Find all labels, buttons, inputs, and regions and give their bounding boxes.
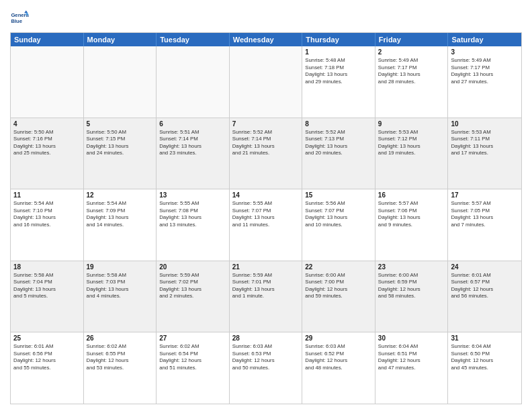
empty-cell-0-0 xyxy=(11,46,84,118)
logo: General Blue xyxy=(10,9,31,28)
day-info: Sunrise: 5:57 AM Sunset: 7:06 PM Dayligh… xyxy=(378,200,445,228)
day-number: 11 xyxy=(13,191,81,199)
svg-text:Blue: Blue xyxy=(11,18,22,24)
day-cell-3: 3Sunrise: 5:49 AM Sunset: 7:17 PM Daylig… xyxy=(448,46,521,118)
day-info: Sunrise: 5:55 AM Sunset: 7:07 PM Dayligh… xyxy=(232,200,300,228)
day-number: 1 xyxy=(305,48,372,56)
day-info: Sunrise: 6:03 AM Sunset: 6:52 PM Dayligh… xyxy=(305,343,372,371)
day-info: Sunrise: 5:51 AM Sunset: 7:14 PM Dayligh… xyxy=(159,129,226,157)
day-number: 18 xyxy=(13,263,81,271)
day-number: 13 xyxy=(159,191,226,199)
day-number: 24 xyxy=(451,263,519,271)
day-info: Sunrise: 6:03 AM Sunset: 6:53 PM Dayligh… xyxy=(232,343,300,371)
day-info: Sunrise: 6:04 AM Sunset: 6:50 PM Dayligh… xyxy=(451,343,519,371)
day-info: Sunrise: 5:55 AM Sunset: 7:08 PM Dayligh… xyxy=(159,200,226,228)
day-number: 19 xyxy=(87,263,154,271)
day-info: Sunrise: 5:58 AM Sunset: 7:03 PM Dayligh… xyxy=(87,272,154,300)
header-day-monday: Monday xyxy=(84,33,157,46)
day-number: 20 xyxy=(159,263,226,271)
day-cell-11: 11Sunrise: 5:54 AM Sunset: 7:10 PM Dayli… xyxy=(11,189,84,261)
day-number: 8 xyxy=(305,120,372,128)
week-row-2: 4Sunrise: 5:50 AM Sunset: 7:16 PM Daylig… xyxy=(11,118,521,189)
day-cell-25: 25Sunrise: 6:01 AM Sunset: 6:56 PM Dayli… xyxy=(11,332,84,404)
page: General Blue SundayMondayTuesdayWednesda… xyxy=(0,0,532,411)
header-day-saturday: Saturday xyxy=(448,33,521,46)
day-number: 22 xyxy=(305,263,372,271)
day-number: 7 xyxy=(232,120,300,128)
day-info: Sunrise: 6:00 AM Sunset: 7:00 PM Dayligh… xyxy=(305,272,372,300)
day-number: 2 xyxy=(378,48,445,56)
calendar: SundayMondayTuesdayWednesdayThursdayFrid… xyxy=(10,32,522,404)
day-cell-19: 19Sunrise: 5:58 AM Sunset: 7:03 PM Dayli… xyxy=(84,261,157,332)
empty-cell-0-1 xyxy=(84,46,157,118)
day-number: 6 xyxy=(159,120,226,128)
day-info: Sunrise: 5:54 AM Sunset: 7:10 PM Dayligh… xyxy=(13,200,81,228)
day-cell-24: 24Sunrise: 6:01 AM Sunset: 6:57 PM Dayli… xyxy=(448,261,521,332)
header-day-wednesday: Wednesday xyxy=(230,33,303,46)
day-info: Sunrise: 5:58 AM Sunset: 7:04 PM Dayligh… xyxy=(13,272,81,300)
day-number: 29 xyxy=(305,334,372,342)
day-cell-4: 4Sunrise: 5:50 AM Sunset: 7:16 PM Daylig… xyxy=(11,118,84,189)
day-number: 26 xyxy=(87,334,154,342)
calendar-header: SundayMondayTuesdayWednesdayThursdayFrid… xyxy=(11,33,521,46)
day-number: 5 xyxy=(87,120,154,128)
empty-cell-0-3 xyxy=(230,46,303,118)
empty-cell-0-2 xyxy=(157,46,230,118)
day-cell-9: 9Sunrise: 5:53 AM Sunset: 7:12 PM Daylig… xyxy=(375,118,449,189)
day-number: 16 xyxy=(378,191,445,199)
day-info: Sunrise: 5:54 AM Sunset: 7:09 PM Dayligh… xyxy=(87,200,154,228)
day-cell-8: 8Sunrise: 5:52 AM Sunset: 7:13 PM Daylig… xyxy=(302,118,375,189)
day-cell-18: 18Sunrise: 5:58 AM Sunset: 7:04 PM Dayli… xyxy=(11,261,84,332)
day-cell-13: 13Sunrise: 5:55 AM Sunset: 7:08 PM Dayli… xyxy=(157,189,230,261)
day-number: 21 xyxy=(232,263,300,271)
day-info: Sunrise: 5:52 AM Sunset: 7:13 PM Dayligh… xyxy=(305,129,372,157)
day-info: Sunrise: 5:59 AM Sunset: 7:01 PM Dayligh… xyxy=(232,272,300,300)
day-cell-17: 17Sunrise: 5:57 AM Sunset: 7:05 PM Dayli… xyxy=(448,189,521,261)
day-info: Sunrise: 6:02 AM Sunset: 6:55 PM Dayligh… xyxy=(87,343,154,371)
day-cell-20: 20Sunrise: 5:59 AM Sunset: 7:02 PM Dayli… xyxy=(157,261,230,332)
day-number: 28 xyxy=(232,334,300,342)
week-row-4: 18Sunrise: 5:58 AM Sunset: 7:04 PM Dayli… xyxy=(11,261,521,332)
day-cell-10: 10Sunrise: 5:53 AM Sunset: 7:11 PM Dayli… xyxy=(448,118,521,189)
day-cell-22: 22Sunrise: 6:00 AM Sunset: 7:00 PM Dayli… xyxy=(302,261,375,332)
week-row-1: 1Sunrise: 5:48 AM Sunset: 7:18 PM Daylig… xyxy=(11,46,521,118)
day-info: Sunrise: 5:53 AM Sunset: 7:12 PM Dayligh… xyxy=(378,129,445,157)
day-info: Sunrise: 5:52 AM Sunset: 7:14 PM Dayligh… xyxy=(232,129,300,157)
day-number: 17 xyxy=(451,191,519,199)
day-cell-15: 15Sunrise: 5:56 AM Sunset: 7:07 PM Dayli… xyxy=(302,189,375,261)
calendar-body: 1Sunrise: 5:48 AM Sunset: 7:18 PM Daylig… xyxy=(11,46,521,404)
day-info: Sunrise: 6:01 AM Sunset: 6:56 PM Dayligh… xyxy=(13,343,81,371)
day-info: Sunrise: 5:49 AM Sunset: 7:17 PM Dayligh… xyxy=(451,57,519,85)
week-row-3: 11Sunrise: 5:54 AM Sunset: 7:10 PM Dayli… xyxy=(11,189,521,261)
day-number: 23 xyxy=(378,263,445,271)
day-info: Sunrise: 5:57 AM Sunset: 7:05 PM Dayligh… xyxy=(451,200,519,228)
day-cell-7: 7Sunrise: 5:52 AM Sunset: 7:14 PM Daylig… xyxy=(230,118,303,189)
week-row-5: 25Sunrise: 6:01 AM Sunset: 6:56 PM Dayli… xyxy=(11,332,521,404)
day-number: 4 xyxy=(13,120,81,128)
day-number: 10 xyxy=(451,120,519,128)
day-cell-12: 12Sunrise: 5:54 AM Sunset: 7:09 PM Dayli… xyxy=(84,189,157,261)
day-cell-6: 6Sunrise: 5:51 AM Sunset: 7:14 PM Daylig… xyxy=(157,118,230,189)
day-cell-28: 28Sunrise: 6:03 AM Sunset: 6:53 PM Dayli… xyxy=(230,332,303,404)
day-cell-1: 1Sunrise: 5:48 AM Sunset: 7:18 PM Daylig… xyxy=(302,46,375,118)
day-cell-29: 29Sunrise: 6:03 AM Sunset: 6:52 PM Dayli… xyxy=(302,332,375,404)
header-day-sunday: Sunday xyxy=(11,33,84,46)
day-info: Sunrise: 5:56 AM Sunset: 7:07 PM Dayligh… xyxy=(305,200,372,228)
day-cell-23: 23Sunrise: 6:00 AM Sunset: 6:59 PM Dayli… xyxy=(375,261,449,332)
header: General Blue xyxy=(10,7,522,28)
header-day-thursday: Thursday xyxy=(302,33,375,46)
day-info: Sunrise: 5:53 AM Sunset: 7:11 PM Dayligh… xyxy=(451,129,519,157)
day-number: 3 xyxy=(451,48,519,56)
day-number: 30 xyxy=(378,334,445,342)
day-number: 14 xyxy=(232,191,300,199)
day-info: Sunrise: 5:50 AM Sunset: 7:15 PM Dayligh… xyxy=(87,129,154,157)
day-cell-26: 26Sunrise: 6:02 AM Sunset: 6:55 PM Dayli… xyxy=(84,332,157,404)
header-day-friday: Friday xyxy=(375,33,449,46)
day-cell-2: 2Sunrise: 5:49 AM Sunset: 7:17 PM Daylig… xyxy=(375,46,449,118)
day-cell-16: 16Sunrise: 5:57 AM Sunset: 7:06 PM Dayli… xyxy=(375,189,449,261)
day-number: 25 xyxy=(13,334,81,342)
day-cell-5: 5Sunrise: 5:50 AM Sunset: 7:15 PM Daylig… xyxy=(84,118,157,189)
day-cell-31: 31Sunrise: 6:04 AM Sunset: 6:50 PM Dayli… xyxy=(448,332,521,404)
day-info: Sunrise: 6:00 AM Sunset: 6:59 PM Dayligh… xyxy=(378,272,445,300)
day-number: 27 xyxy=(159,334,226,342)
